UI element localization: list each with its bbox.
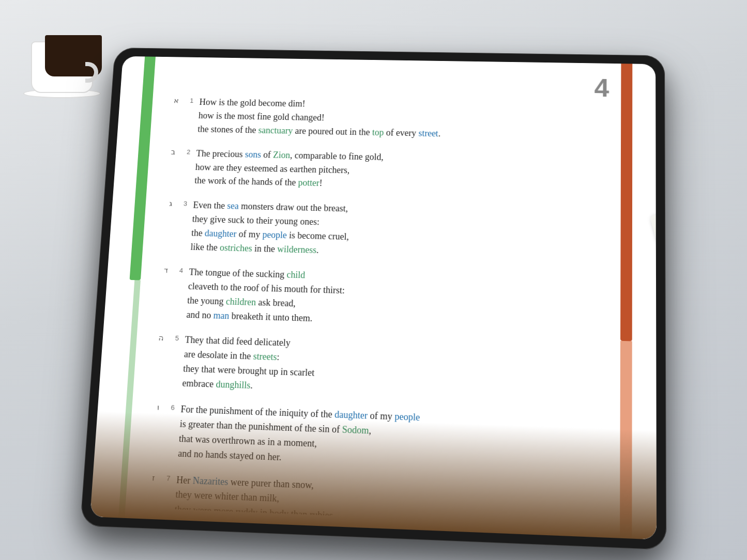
hebrew-gimel: ג [162,198,173,208]
link-daughter-3[interactable]: daughter [204,228,236,239]
verse-2: ב 2 The precious sons of Zion, comparabl… [163,146,614,197]
link-wilderness[interactable]: wilderness [277,244,317,255]
link-dunghills[interactable]: dunghills [216,379,251,391]
cup-body [31,41,93,93]
verse-text-1: How is the gold become dim! how is the m… [197,96,615,144]
link-man[interactable]: man [213,310,230,321]
coffee-cup [21,10,103,103]
verse-3: ג 3 Even the sea monsters draw out the b… [159,198,614,265]
link-daughter-6[interactable]: daughter [334,409,368,421]
verse-number-2: 2 [181,147,191,155]
left-bar-solid [130,56,156,280]
link-sodom[interactable]: Sodom [342,424,369,435]
ipad-frame: 4 א 1 How is the gold become dim! [80,48,667,550]
verse-number-6: 6 [165,402,175,412]
right-bar-light [620,341,632,538]
verse-text-3: Even the sea monsters draw out the breas… [190,199,614,266]
verse-text-6: For the punishment of the iniquity of th… [178,402,614,477]
hebrew-zayin: ז [144,472,155,483]
link-nazarites[interactable]: Nazarites [192,475,228,487]
verse-text-7: Her Nazarites were purer than snow, they… [173,473,613,527]
right-bar-solid [620,64,632,341]
verse-4: ד 4 The tongue of the sucking child clea… [155,265,614,335]
verse-1: א 1 How is the gold become dim! how is t… [166,95,614,144]
right-progress-bar [617,64,635,539]
hebrew-vav: ו [149,401,160,412]
verse-text-5: They that did feed delicately are desola… [182,333,614,405]
hebrew-dalet: ד [158,265,169,275]
link-sanctuary[interactable]: sanctuary [258,125,293,135]
hebrew-alef: א [169,95,179,105]
verse-text-4: The tongue of the sucking child cleaveth… [186,266,614,335]
verse-number-3: 3 [178,198,187,208]
link-children[interactable]: children [225,296,256,307]
ipad-screen: 4 א 1 How is the gold become dim! [90,56,657,540]
link-sea[interactable]: sea [227,201,239,211]
verse-number-1: 1 [185,96,194,104]
verse-number-7: 7 [161,472,171,482]
link-ostriches[interactable]: ostriches [220,243,253,254]
ipad-container: 4 א 1 How is the gold become dim! [80,48,667,550]
link-street[interactable]: street [418,128,438,138]
link-sons[interactable]: sons [245,149,262,160]
link-streets[interactable]: streets [253,351,277,362]
verse-5: ה 5 They that did feed delicately are de… [150,332,613,405]
hebrew-bet: ב [165,146,176,156]
content-area[interactable]: א 1 How is the gold become dim! how is t… [143,95,615,527]
chapter-number: 4 [594,73,609,102]
verse-number-4: 4 [174,265,184,274]
left-bar-light [118,280,141,518]
link-people-3[interactable]: people [262,229,287,240]
verse-7: ז 7 Her Nazarites were purer than snow, … [143,472,613,527]
link-potter[interactable]: potter [298,178,319,188]
link-zion[interactable]: Zion [273,150,291,160]
link-child[interactable]: child [286,270,305,281]
apple-pencil [650,214,657,317]
verse-number-5: 5 [170,333,179,342]
hebrew-he: ה [153,332,164,343]
verse-6: ו 6 For the punishment of the iniquity o… [146,401,614,477]
verse-text-2: The precious sons of Zion, comparable to… [194,147,614,197]
link-people-6[interactable]: people [394,411,420,423]
link-top[interactable]: top [372,127,384,137]
